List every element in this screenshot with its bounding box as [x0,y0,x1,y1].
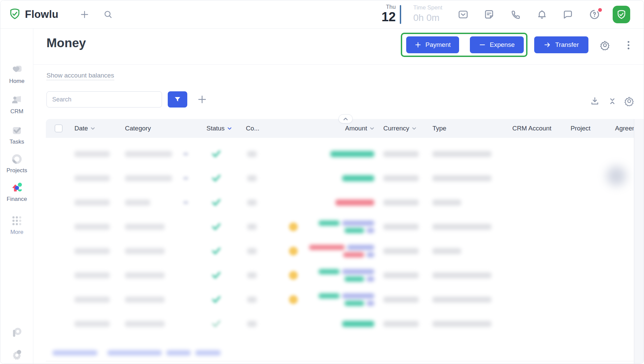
transfer-button[interactable]: Transfer [534,36,588,53]
sidebar-item-finance[interactable]: Finance [0,181,33,203]
transactions-table: DateCategoryStatusCo...AmountCurrencyTyp… [46,119,644,364]
sidebar-item-home[interactable]: Home [0,63,33,85]
table-settings-gear-icon[interactable] [624,96,634,108]
blurred-cell [74,224,110,230]
blurred-cell [432,200,461,206]
blurred-cell [432,321,491,327]
mail-icon[interactable] [456,0,471,29]
amount-blurred [335,200,374,206]
blurred-mark [183,201,188,204]
day-label: Thu [377,4,396,10]
sidebar-item-label: Projects [0,167,33,174]
collapse-table-pill[interactable] [339,114,353,123]
column-label: Amount [345,125,367,132]
blurred-cell [125,175,172,181]
footer-link-blurred[interactable] [166,350,191,356]
status-check-icon [212,296,221,304]
status-check-icon [212,320,221,329]
top-bar: Flowlu Thu 12 Time Spent 0h 0m [0,0,644,29]
global-add-icon[interactable] [78,0,91,29]
finance-icon [0,181,33,194]
flowlu-apps-icon[interactable] [0,327,33,339]
flowlu-app-window: Flowlu Thu 12 Time Spent 0h 0m [0,0,644,364]
warning-dot-icon [289,247,298,255]
sidebar-item-tasks[interactable]: Tasks [0,124,33,145]
blurred-cell [74,175,110,181]
footer-link-blurred[interactable] [195,350,221,356]
add-payment-button[interactable]: Payment [406,36,459,53]
flowlu-logo[interactable]: Flowlu [9,8,58,21]
blurred-cell [74,321,110,327]
column-label: Project [571,125,590,132]
footer-link-blurred[interactable] [107,350,162,356]
column-header-project[interactable]: Project [571,119,590,138]
blurred-cell [383,321,419,327]
help-icon[interactable] [587,0,602,29]
time-spent-label: Time Spent [413,4,442,11]
column-label: Category [125,125,151,132]
column-header-status[interactable]: Status [206,119,232,138]
money-settings-gear-icon[interactable] [600,40,610,52]
add-expense-button[interactable]: Expense [470,36,524,53]
sidebar-item-label: Finance [0,196,33,203]
table-row[interactable] [46,215,644,239]
table-row[interactable] [46,263,644,287]
sidebar-item-projects[interactable]: Projects [0,152,33,174]
show-account-balances-link[interactable]: Show account balances [46,72,114,80]
blurred-cell [432,248,461,254]
bottom-divider [46,361,644,361]
add-filter-icon[interactable] [195,91,210,108]
phone-icon[interactable] [508,0,523,29]
column-header-type[interactable]: Type [432,119,446,138]
chat-icon[interactable] [560,0,575,29]
search-input[interactable] [46,91,162,108]
table-row[interactable] [46,142,644,166]
calendar-date[interactable]: Thu 12 [377,4,396,23]
column-label: CRM Account [512,125,551,132]
plus-icon [415,41,421,48]
table-row[interactable] [46,312,644,336]
search-icon[interactable] [101,0,115,29]
sidebar-item-crm[interactable]: CRM [0,93,33,115]
column-label: Date [74,125,88,132]
column-label: Co... [246,125,259,132]
blurred-cell [125,272,165,278]
footer-link-blurred[interactable] [53,350,97,356]
export-download-icon[interactable] [590,96,600,108]
blurred-cell [125,248,165,254]
notifications-bell-icon[interactable] [535,0,549,29]
column-header-category[interactable]: Category [125,119,151,138]
time-spent-widget[interactable]: Time Spent 0h 0m [413,4,442,23]
chevron-up-icon [343,117,348,121]
sort-chevron-icon [412,127,416,130]
blurred-cell [125,151,172,157]
column-header-crm-account[interactable]: CRM Account [512,119,551,138]
amount-blurred [330,151,374,157]
column-header-currency[interactable]: Currency [383,119,416,138]
warning-dot-icon [289,295,298,304]
day-number: 12 [377,10,396,23]
more-options-kebab-icon[interactable] [624,40,633,52]
column-header-date[interactable]: Date [74,119,95,138]
filter-button[interactable] [168,91,187,108]
app-name: Flowlu [25,8,58,21]
collapse-rows-icon[interactable] [607,96,617,108]
blurred-cell [247,224,257,230]
account-avatar[interactable] [613,6,630,23]
blurred-floating-element [607,166,626,186]
table-row[interactable] [46,287,644,312]
column-header-co[interactable]: Co... [246,119,259,138]
notes-icon[interactable] [482,0,496,29]
select-all-checkbox[interactable] [55,124,63,132]
blurred-cell [247,175,257,181]
settings-icon[interactable] [0,348,33,361]
sort-chevron-icon [227,127,232,130]
more-grid-icon [0,214,33,228]
blurred-cell [432,224,491,230]
table-row[interactable] [46,166,644,190]
sidebar-item-more[interactable]: More [0,214,33,236]
table-row[interactable] [46,190,644,215]
table-row[interactable] [46,239,644,263]
amount-blurred [319,294,374,306]
help-notification-dot [598,8,602,12]
